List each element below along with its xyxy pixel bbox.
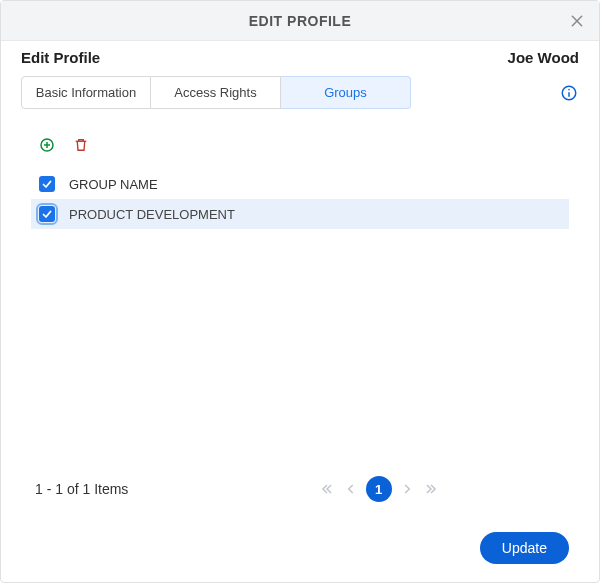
groups-table: GROUP NAME PRODUCT DEVELOPMENT	[31, 169, 569, 229]
subheader: Edit Profile Joe Wood	[1, 41, 599, 70]
page-next-icon[interactable]	[398, 480, 416, 498]
tab-groups[interactable]: Groups	[281, 76, 411, 109]
content-area: GROUP NAME PRODUCT DEVELOPMENT	[1, 119, 599, 466]
close-icon[interactable]	[565, 9, 589, 33]
current-user-name: Joe Wood	[508, 49, 579, 66]
page-first-icon[interactable]	[318, 480, 336, 498]
trash-icon[interactable]	[71, 135, 91, 155]
page-last-icon[interactable]	[422, 480, 440, 498]
info-icon[interactable]	[559, 83, 579, 103]
edit-profile-dialog: EDIT PROFILE Edit Profile Joe Wood Basic…	[0, 0, 600, 583]
pagination-count: 1 - 1 of 1 Items	[35, 481, 128, 497]
pagination-bar: 1 - 1 of 1 Items 1	[1, 466, 599, 522]
content-spacer	[31, 229, 569, 466]
dialog-footer: Update	[1, 522, 599, 582]
dialog-title: EDIT PROFILE	[249, 13, 351, 29]
select-all-checkbox[interactable]	[39, 176, 55, 192]
page-prev-icon[interactable]	[342, 480, 360, 498]
column-header-group-name: GROUP NAME	[69, 177, 158, 192]
row-checkbox[interactable]	[39, 206, 55, 222]
page-subtitle: Edit Profile	[21, 49, 100, 66]
update-button[interactable]: Update	[480, 532, 569, 564]
tab-access-rights[interactable]: Access Rights	[151, 76, 281, 109]
add-icon[interactable]	[37, 135, 57, 155]
table-header-row: GROUP NAME	[31, 169, 569, 199]
tab-basic-information[interactable]: Basic Information	[21, 76, 151, 109]
page-number-current[interactable]: 1	[366, 476, 392, 502]
svg-point-4	[568, 88, 570, 90]
table-row[interactable]: PRODUCT DEVELOPMENT	[31, 199, 569, 229]
pagination-controls: 1	[318, 476, 440, 502]
row-group-name: PRODUCT DEVELOPMENT	[69, 207, 235, 222]
table-toolbar	[31, 129, 569, 169]
tab-row: Basic Information Access Rights Groups	[1, 70, 599, 119]
dialog-titlebar: EDIT PROFILE	[1, 1, 599, 41]
